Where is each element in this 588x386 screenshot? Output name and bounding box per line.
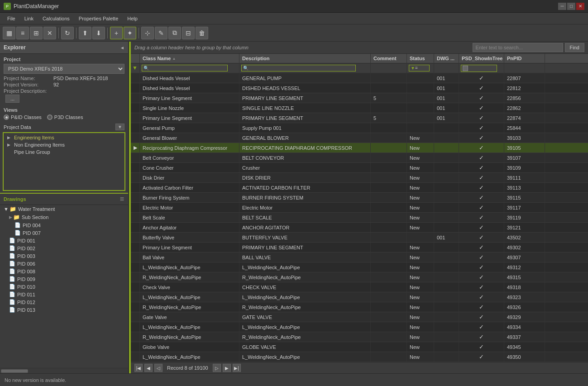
tree-item-engineering[interactable]: ▶ Engineering Items <box>4 134 124 141</box>
import-left-button[interactable]: ⬆ <box>79 27 91 39</box>
drawing-pid004[interactable]: 📄 PID 004 <box>0 221 128 229</box>
table-row[interactable]: Dished Heads Vessel DISHED HEADS VESSEL … <box>131 83 588 93</box>
export-button[interactable]: ⊟ <box>182 27 195 39</box>
description-button[interactable]: ... <box>5 95 19 103</box>
menu-help[interactable]: Help <box>123 14 142 23</box>
filter-classname-input[interactable] <box>150 66 226 71</box>
table-row[interactable]: Primary Line Segment PRIMARY LINE SEGMEN… <box>131 113 588 123</box>
table-row[interactable]: Single Line Nozzle SINGLE LINE NOZZLE 00… <box>131 103 588 113</box>
search-input[interactable] <box>473 43 563 52</box>
drawing-pid011[interactable]: 📄 PID 011 <box>0 291 128 298</box>
table-row[interactable]: R_WeldingNeck_AutoPipe R_WeldingNeck_Aut… <box>131 302 588 312</box>
nav-prev[interactable]: ◀ <box>144 364 153 372</box>
cell-psd: ✓ <box>459 253 504 262</box>
list-button[interactable]: ≡ <box>16 27 29 39</box>
table-row[interactable]: General Pump Supply Pump 001 ✓ 25844 <box>131 123 588 133</box>
table-row[interactable]: Butterfly Valve BUTTERFLY VALVE 001 ✓ 43… <box>131 233 588 243</box>
table-row[interactable]: Electric Motor Electric Motor New ✓ 3911… <box>131 203 588 213</box>
tree-item-pipeline[interactable]: Pipe Line Group <box>4 148 124 156</box>
project-data-arrow[interactable]: ▼ <box>115 124 124 130</box>
header-description[interactable]: Description <box>239 54 371 63</box>
drawing-pid010[interactable]: 📄 PID 010 <box>0 283 128 291</box>
drawing-pid003[interactable]: 📄 PID 003 <box>0 252 128 260</box>
add-green-button[interactable]: + <box>110 27 123 39</box>
table-row[interactable]: Disk Drier DISK DRIER New ✓ 39111 <box>131 173 588 183</box>
drawing-water-treatment[interactable]: ▼ 📁 Water Treatment <box>0 205 128 213</box>
add-plus-button[interactable]: ✦ <box>124 27 136 39</box>
drawing-pid007[interactable]: 📄 PID 007 <box>0 229 128 237</box>
close-button2[interactable]: ✕ <box>43 27 56 39</box>
table-row[interactable]: Primary Line Segment PRIMARY LINE SEGMEN… <box>131 243 588 253</box>
nav-last[interactable]: ▶| <box>233 364 241 372</box>
header-dwg[interactable]: DWG ... <box>434 54 459 63</box>
table-row[interactable]: Cone Crusher Crusher New ✓ 39109 <box>131 163 588 173</box>
nav-next[interactable]: ▶ <box>223 364 231 372</box>
grid-button[interactable]: ⊞ <box>30 27 43 39</box>
table-row[interactable]: L_WeldingNeck_AutoPipe L_WeldingNeck_Aut… <box>131 322 588 332</box>
table-row[interactable]: Dished Heads Vessel GENERAL PUMP 001 ✓ 2… <box>131 73 588 83</box>
header-comment[interactable]: Comment <box>371 54 407 63</box>
filter-psd-checkbox[interactable] <box>463 66 468 71</box>
table-row[interactable]: Burner Firing System BURNER FIRING SYSTE… <box>131 193 588 203</box>
minimize-button[interactable]: ─ <box>558 3 566 10</box>
drawing-pid006[interactable]: 📄 PID 006 <box>0 260 128 267</box>
drawing-sub-section[interactable]: ▶ 📁 Sub Section <box>0 213 128 221</box>
close-button[interactable]: ✕ <box>576 3 584 10</box>
table-row[interactable]: General Blower GENERAL BLOWER New ✓ 3910… <box>131 133 588 143</box>
new-button[interactable]: ▦ <box>3 27 15 39</box>
radio-pid-classes[interactable]: P&ID Classes <box>4 114 42 120</box>
drawings-hscroll[interactable] <box>0 368 128 373</box>
delete-button[interactable]: 🗑 <box>196 27 208 39</box>
drawing-pid011-label: PID 011 <box>17 292 35 297</box>
collapse-button[interactable]: ◄ <box>120 45 124 50</box>
move-button[interactable]: ⊹ <box>141 27 154 39</box>
file-icon-009: 📄 <box>9 276 15 282</box>
table-row[interactable]: L_WeldingNeck_AutoPipe L_WeldingNeck_Aut… <box>131 352 588 362</box>
header-status[interactable]: Status <box>407 54 434 63</box>
header-pnpid[interactable]: PnPID <box>504 54 545 63</box>
table-row[interactable]: Gate Valve GATE VALVE New ✓ 49329 <box>131 312 588 322</box>
header-classname[interactable]: Class Name ▲ <box>140 54 239 63</box>
table-row[interactable]: Check Valve CHECK VALVE New ✓ 49318 <box>131 282 588 292</box>
table-row[interactable]: R_WeldingNeck_AutoPipe R_WeldingNeck_Aut… <box>131 332 588 342</box>
table-row[interactable]: Globe Valve GLOBE VALVE New ✓ 49345 <box>131 342 588 352</box>
filter-desc-input[interactable] <box>250 66 354 71</box>
cell-classname: R_WeldingNeck_AutoPipe <box>140 272 239 282</box>
menu-link[interactable]: Link <box>20 14 38 23</box>
cell-dwg: 001 <box>434 113 459 123</box>
refresh-button[interactable]: ↻ <box>61 27 74 39</box>
header-psd[interactable]: PSD_ShowInTree <box>459 54 504 63</box>
radio-p3d-classes[interactable]: P3D Classes <box>47 114 83 120</box>
drawing-pid009[interactable]: 📄 PID 009 <box>0 275 128 283</box>
table-row[interactable]: Primary Line Segment PRIMARY LINE SEGMEN… <box>131 93 588 103</box>
tree-item-non-engineering[interactable]: ▶ Non Engineering Items <box>4 141 124 148</box>
drawing-pid012[interactable]: 📄 PID 012 <box>0 298 128 306</box>
table-row[interactable]: Belt Scale BELT SCALE New ✓ 39119 <box>131 213 588 223</box>
nav-first[interactable]: |◀ <box>134 364 143 372</box>
table-row[interactable]: R_WeldingNeck_AutoPipe R_WeldingNeck_Aut… <box>131 272 588 282</box>
table-row[interactable]: ▶ Reciprocating Diaphragm Compressor REC… <box>131 143 588 153</box>
table-row[interactable]: Ball Valve BALL VALVE New ✓ 49307 <box>131 253 588 262</box>
menu-calculations[interactable]: Calculations <box>38 14 74 23</box>
table-row[interactable]: L_WeldingNeck_AutoPipe L_WeldingNeck_Aut… <box>131 292 588 302</box>
table-row[interactable]: Anchor Agitator ANCHOR AGITATOR New ✓ 39… <box>131 223 588 233</box>
copy-button[interactable]: ⧉ <box>168 27 181 39</box>
edit-button[interactable]: ✎ <box>155 27 167 39</box>
nav-next-page[interactable]: ▷ <box>213 364 221 372</box>
menu-file[interactable]: File <box>3 14 20 23</box>
import-right-button[interactable]: ⬇ <box>92 27 105 39</box>
cell-description: R_WeldingNeck_AutoPipe <box>239 272 371 282</box>
menu-properties-palette[interactable]: Properties Palette <box>74 14 123 23</box>
table-row[interactable]: Activated Carbon Filter ACTIVATED CARBON… <box>131 183 588 193</box>
drawing-pid001[interactable]: 📄 PID 001 <box>0 237 128 244</box>
nav-prev-page[interactable]: ◁ <box>154 364 163 372</box>
maximize-button[interactable]: □ <box>567 3 575 10</box>
find-button[interactable]: Find <box>565 43 584 52</box>
table-row[interactable]: Belt Conveyor BELT CONVEYOR New ✓ 39107 <box>131 153 588 163</box>
drawing-pid013[interactable]: 📄 PID 013 <box>0 306 128 314</box>
drawing-pid008[interactable]: 📄 PID 008 <box>0 267 128 275</box>
filter-status-input[interactable] <box>415 66 428 71</box>
table-row[interactable]: L_WeldingNeck_AutoPipe L_WeldingNeck_Aut… <box>131 262 588 272</box>
project-select[interactable]: PSD Demo XREFs 2018 <box>4 64 124 74</box>
drawing-pid002[interactable]: 📄 PID 002 <box>0 244 128 252</box>
